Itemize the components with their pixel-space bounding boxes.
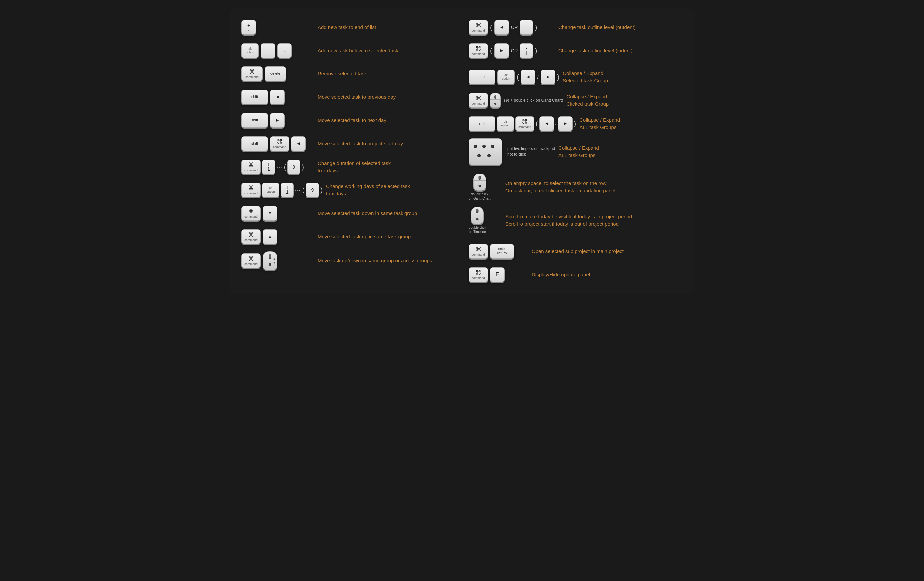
key-alt-cak: alt option xyxy=(497,116,514,131)
slash-cs: / xyxy=(538,74,539,80)
desc-move-down: Move selected task down in same task gro… xyxy=(318,210,455,217)
shortcut-collapse-selected: shift alt option ( ◀ / ▶ ) Collapse / Ex… xyxy=(469,68,683,86)
key-cmd-wd: ⌘ command xyxy=(241,183,261,197)
key-alt-cs: alt option xyxy=(497,70,515,84)
shortcut-project-start: shift ⌘ command ◀ Move selected task to … xyxy=(241,135,455,152)
desc-collapse-all-kb: Collapse / ExpandALL task Groups xyxy=(579,116,683,131)
shortcut-move-up: ⌘ command ▲ Move selected task up in sam… xyxy=(241,228,455,245)
mouse-timeline-icon xyxy=(471,207,483,224)
mouse-dot xyxy=(269,263,271,266)
key-cmd-indent: ⌘ command xyxy=(469,43,488,58)
shortcut-change-duration: ⌘ command ! 1 ··· ( 9 ) Change duration … xyxy=(241,158,455,175)
or-outdent: OR xyxy=(511,25,518,30)
mouse-gantt-label-text: double clickon Gantt Chart xyxy=(469,192,490,201)
paren-close-dur: ) xyxy=(302,163,304,171)
keys-open-sub: ⌘ command enter return xyxy=(469,244,528,259)
desc-collapse-selected: Collapse / ExpandSelected task Group xyxy=(563,70,683,84)
key-cmd-start: ⌘ command xyxy=(270,136,289,151)
key-left-cak: ◀ xyxy=(540,116,554,131)
desc-remove: Remove selected task xyxy=(318,70,455,78)
paren-open-cs: ( xyxy=(516,73,519,81)
key-cmd-dur: ⌘ command xyxy=(241,160,261,174)
mouse-gantt-icon xyxy=(473,173,486,191)
keys-prev-day: shift ◀ xyxy=(241,90,314,104)
desc-change-duration: Change duration of selected taskto x day… xyxy=(318,160,455,174)
key-cmd-outdent: ⌘ command xyxy=(469,20,488,35)
finger-dot-2 xyxy=(482,145,485,148)
paren-close-cs: ) xyxy=(558,73,560,81)
key-9-wd: 9 xyxy=(306,183,319,197)
mouse-div-small xyxy=(490,99,500,100)
key-9-dur: 9 xyxy=(287,160,300,174)
shortcut-indent: ⌘ command ( ▶ OR } ] ) Change task outli… xyxy=(469,42,683,59)
keys-add-end: + = xyxy=(241,20,314,35)
trackpad-five-fingers xyxy=(469,138,502,165)
key-brace-outdent: { [ xyxy=(520,20,533,35)
desc-collapse-clicked: Collapse / ExpandClicked task Group xyxy=(566,93,683,108)
keys-collapse-selected: shift alt option ( ◀ / ▶ ) xyxy=(469,70,559,84)
paren-open-dur: ( xyxy=(284,163,286,171)
key-right-cak: ▶ xyxy=(558,116,573,131)
keys-working-days: ⌘ command alt option ! 1 ··· ( 9 ) xyxy=(241,183,323,197)
trackpad-label: put five fingers on trackpadnot to click xyxy=(507,146,555,157)
keys-next-day: shift ▶ xyxy=(241,113,314,128)
keys-outdent: ⌘ command ( ◀ OR { [ ) xyxy=(469,20,555,35)
key-shift-prev: shift xyxy=(241,90,268,104)
desc-prev-day: Move selected task to previous day xyxy=(318,93,455,101)
dots-wd: ··· xyxy=(295,187,301,193)
keys-project-start: shift ⌘ command ◀ xyxy=(241,136,314,151)
keys-collapse-clicked: ⌘ command (⌘ + double click on Gantt Cha… xyxy=(469,93,563,108)
mouse-timeline-with-label: double clickon Timeline xyxy=(469,207,486,234)
mouse-gantt-with-label: double clickon Gantt Chart xyxy=(469,173,490,201)
paren-open-cak: ( xyxy=(536,120,538,128)
keys-move-down: ⌘ command ▼ xyxy=(241,206,314,221)
dots-dur: ··· xyxy=(277,164,282,170)
desc-indent: Change task outline level (indent) xyxy=(558,47,683,54)
mouse-gantt-small xyxy=(490,93,500,108)
key-delete: delete xyxy=(264,66,286,81)
key-left-cs: ◀ xyxy=(521,70,535,84)
key-equals2: = xyxy=(277,43,292,58)
key-cmd-drag: ⌘ command xyxy=(241,253,261,268)
shortcut-open-sub: ⌘ command enter return Open selected sub… xyxy=(469,243,683,260)
mouse-div-t xyxy=(471,214,483,214)
paren-open-outdent: ( xyxy=(490,23,492,31)
paren-close-outdent: ) xyxy=(535,23,538,31)
desc-drag: Move task up/down in same group or acros… xyxy=(318,257,455,264)
paren-close-cak: ) xyxy=(574,120,576,128)
mouse-dot-small xyxy=(494,103,496,105)
keys-move-up: ⌘ command ▲ xyxy=(241,229,314,244)
key-e-dh: E xyxy=(490,267,505,282)
key-arrow-down: ▼ xyxy=(262,206,277,221)
mouse-scroll-small xyxy=(494,96,496,99)
desc-add-below: Add new task below to selected task xyxy=(318,47,455,54)
mouse-updown-arrows: ▲▼ xyxy=(272,257,276,264)
shortcut-dbl-gantt: double clickon Gantt Chart On empty spac… xyxy=(469,173,683,201)
desc-dbl-timeline: Scroll to make today be visible if today… xyxy=(505,213,683,228)
key-alt-option: alt option xyxy=(241,43,259,58)
keys-indent: ⌘ command ( ▶ OR } ] ) xyxy=(469,43,555,58)
shortcut-collapse-all-tp: put five fingers on trackpadnot to click… xyxy=(469,138,683,165)
finger-dot-4 xyxy=(477,154,481,157)
shortcut-dbl-timeline: double clickon Timeline Scroll to make t… xyxy=(469,207,683,234)
mouse-scroll-wheel xyxy=(269,254,271,259)
desc-display-hide: Display/Hide update panel xyxy=(532,271,683,278)
shortcut-remove: ⌘ command delete Remove selected task xyxy=(241,65,455,83)
key-alt-wd: alt option xyxy=(262,183,279,197)
paren-open-indent: ( xyxy=(490,47,492,54)
desc-outdent: Change task outline level (outdent) xyxy=(558,23,683,31)
key-cmd-up: ⌘ command xyxy=(241,229,261,244)
keys-dbl-gantt: double clickon Gantt Chart xyxy=(469,173,502,201)
desc-project-start: Move selected task to project start day xyxy=(318,140,455,147)
right-column: ⌘ command ( ◀ OR { [ ) Change task outli… xyxy=(469,19,683,283)
key-cmd-cc: ⌘ command xyxy=(469,93,488,108)
key-cmd-dh: ⌘ command xyxy=(469,267,488,282)
desc-dbl-gantt: On empty space, to select the task on th… xyxy=(505,180,683,195)
key-enter-return: enter return xyxy=(490,244,514,259)
shortcut-outdent: ⌘ command ( ◀ OR { [ ) Change task outli… xyxy=(469,19,683,36)
key-cmd-remove: ⌘ command xyxy=(241,66,262,81)
keys-add-below: alt option + = xyxy=(241,43,314,58)
mouse-scroll-t xyxy=(476,209,478,213)
desc-move-up: Move selected task up in same task group xyxy=(318,233,455,240)
key-shift-cs: shift xyxy=(469,70,495,84)
